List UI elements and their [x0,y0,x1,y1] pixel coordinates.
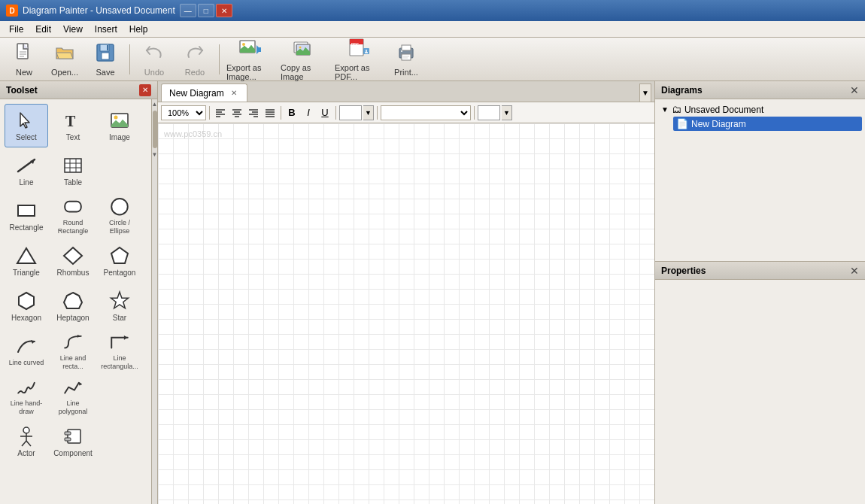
title-bar: D Diagram Painter - Unsaved Document — □… [0,0,865,21]
minimize-button[interactable]: — [180,4,196,17]
tool-round-rect-label: Round Rectangle [53,219,93,235]
menu-bar: File Edit View Insert Help [0,21,865,38]
tool-circle[interactable]: Circle / Ellipse [98,194,141,238]
tool-triangle[interactable]: Triangle [5,239,48,283]
svg-rect-58 [65,432,71,435]
tool-line-rect[interactable]: Line and recta... [51,329,95,373]
tool-pentagon[interactable]: Pentagon [98,239,141,283]
tool-line[interactable]: Line [5,149,48,193]
svg-point-16 [299,46,302,48]
zoom-select[interactable]: 100% 50% 75% 150% 200% [161,105,206,120]
line-rect-icon [62,332,83,352]
export-image-label: Export as Image... [226,63,275,81]
tool-image[interactable]: Image [98,104,141,147]
tab-dropdown-button[interactable]: ▼ [639,83,651,102]
diagrams-close-button[interactable]: ✕ [850,84,859,96]
open-label: Open... [51,68,78,77]
align-center-button[interactable] [229,105,244,120]
align-justify-button[interactable] [263,105,278,120]
svg-rect-34 [65,159,81,172]
tool-rectangle[interactable]: Rectangle [5,194,48,238]
svg-marker-42 [17,248,35,263]
menu-edit[interactable]: Edit [29,23,57,36]
tool-text[interactable]: T Text [51,104,95,147]
canvas-area[interactable]: www.pc0359.cn [158,123,654,504]
menu-file[interactable]: File [3,23,29,36]
save-button[interactable]: Save [86,41,125,78]
align-left-icon [215,108,226,118]
new-button[interactable]: New [5,41,44,78]
fill-color-dropdown[interactable]: ▼ [502,105,512,120]
properties-close-button[interactable]: ✕ [850,265,859,277]
tool-component[interactable]: Component [51,420,95,463]
menu-view[interactable]: View [57,23,89,36]
tool-line-curved[interactable]: Line curved [5,329,48,373]
export-pdf-button[interactable]: PDF Export as PDF... [332,41,385,78]
fill-color-box[interactable] [478,105,500,120]
hexagon-icon [16,290,37,311]
tool-star[interactable]: Star [98,284,141,328]
tab-close-button[interactable]: ✕ [229,88,239,99]
svg-point-10 [242,43,245,46]
scroll-up-arrow[interactable]: ▲ [152,101,157,108]
tool-hexagon[interactable]: Hexagon [5,284,48,328]
underline-button[interactable]: U [317,105,332,120]
tree-item-diagram[interactable]: 📄 New Diagram [673,117,862,131]
align-right-icon [248,108,259,118]
round-rect-icon [62,196,83,217]
tree-item-document[interactable]: ▼ 🗂 Unsaved Document [658,102,862,117]
align-left-button[interactable] [213,105,228,120]
export-pdf-icon: PDF [347,38,371,62]
copy-image-button[interactable]: Copy as Image [278,41,331,78]
menu-help[interactable]: Help [123,23,154,36]
tree-expand-icon: ▼ [661,105,669,114]
font-family-select[interactable] [381,105,471,120]
save-label: Save [96,68,114,77]
align-right-button[interactable] [246,105,261,120]
line-rectangula-icon [109,332,130,352]
undo-button[interactable]: Undo [135,41,174,78]
print-button[interactable]: Print... [387,41,426,78]
tool-table[interactable]: Table [51,149,95,193]
line-curved-icon [16,335,37,357]
scroll-down-arrow[interactable]: ▼ [152,151,157,158]
export-image-button[interactable]: Export as Image... [224,41,277,78]
tool-line-poly[interactable]: Line polygonal [51,375,95,418]
open-button[interactable]: Open... [45,41,84,78]
properties-content [655,280,865,504]
tool-actor[interactable]: Actor [5,420,48,463]
italic-button[interactable]: I [301,105,316,120]
svg-rect-6 [102,53,109,59]
tool-round-rect[interactable]: Round Rectangle [51,194,95,238]
text-color-box[interactable] [339,105,362,120]
right-panel: Diagrams ✕ ▼ 🗂 Unsaved Document 📄 New Di… [654,81,865,504]
tool-select[interactable]: Select [5,104,48,147]
tool-heptagon[interactable]: Heptagon [51,284,95,328]
image-tool-icon [109,110,130,131]
toolbar-sep-1 [129,44,130,74]
tool-line-curved-label: Line curved [9,359,44,367]
tool-hexagon-label: Hexagon [11,314,41,323]
export-pdf-label: Export as PDF... [335,63,383,81]
bold-button[interactable]: B [284,105,299,120]
tool-line-poly-label: Line polygonal [53,399,93,416]
table-icon [62,155,83,176]
tab-label: New Diagram [169,88,224,99]
close-button[interactable]: ✕ [216,4,232,17]
tool-circle-label: Circle / Ellipse [100,219,139,235]
toolset-close-button[interactable]: ✕ [139,84,151,96]
diagram-tab[interactable]: New Diagram ✕ [161,83,247,102]
svg-point-31 [114,115,118,119]
align-justify-icon [265,108,275,118]
copy-image-icon [293,38,317,62]
redo-button[interactable]: Redo [175,41,214,78]
scroll-thumb[interactable] [153,111,157,148]
menu-insert[interactable]: Insert [89,23,123,36]
toolset-scrollbar[interactable]: ▲ ▼ [151,99,157,504]
tool-line-rectangula[interactable]: Line rectangula... [98,329,141,373]
maximize-button[interactable]: □ [198,4,214,17]
toolbar: New Open... Save [0,38,865,81]
tool-line-hand[interactable]: Line hand-draw [5,375,48,418]
text-color-dropdown[interactable]: ▼ [363,105,374,120]
tool-rhombus[interactable]: Rhombus [51,239,95,283]
